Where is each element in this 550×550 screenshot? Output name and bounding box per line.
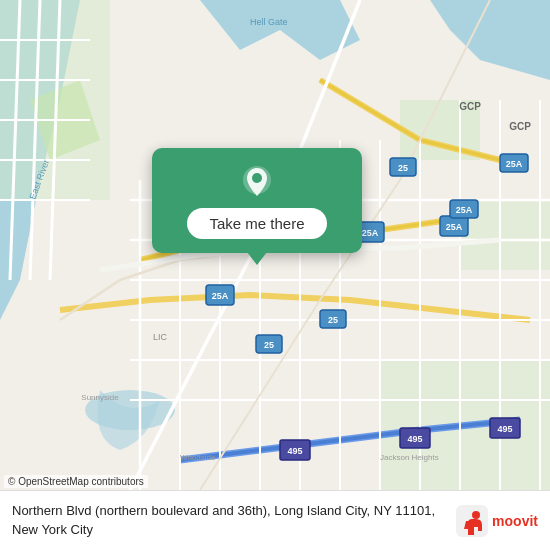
osm-text: © OpenStreetMap contributors bbox=[8, 476, 144, 487]
osm-attribution: © OpenStreetMap contributors bbox=[4, 475, 148, 488]
svg-text:495: 495 bbox=[407, 434, 422, 444]
svg-text:Jackson Heights: Jackson Heights bbox=[380, 453, 439, 462]
popup-card: Take me there bbox=[152, 148, 362, 253]
moovit-icon bbox=[456, 505, 488, 537]
svg-text:LIC: LIC bbox=[153, 332, 168, 342]
svg-text:495: 495 bbox=[287, 446, 302, 456]
svg-text:Woodside: Woodside bbox=[180, 453, 216, 462]
moovit-text: moovit bbox=[492, 513, 538, 529]
svg-text:25A: 25A bbox=[446, 222, 463, 232]
take-me-there-button[interactable]: Take me there bbox=[187, 208, 326, 239]
svg-point-70 bbox=[472, 511, 480, 519]
svg-text:25: 25 bbox=[328, 315, 338, 325]
map-container: 25A 25A 25A 25A GCP GCP 25 25 495 495 49… bbox=[0, 0, 550, 550]
svg-text:495: 495 bbox=[497, 424, 512, 434]
svg-text:25A: 25A bbox=[456, 205, 473, 215]
location-pin-icon bbox=[239, 164, 275, 200]
svg-text:GCP: GCP bbox=[509, 121, 531, 132]
svg-text:25A: 25A bbox=[506, 159, 523, 169]
svg-point-68 bbox=[252, 173, 262, 183]
svg-text:GCP: GCP bbox=[459, 101, 481, 112]
svg-text:Sunnyside: Sunnyside bbox=[81, 393, 119, 402]
svg-text:Hell Gate: Hell Gate bbox=[250, 17, 288, 27]
svg-text:25A: 25A bbox=[362, 228, 379, 238]
svg-text:25: 25 bbox=[264, 340, 274, 350]
address-text: Northern Blvd (northern boulevard and 36… bbox=[12, 502, 446, 538]
info-bar: Northern Blvd (northern boulevard and 36… bbox=[0, 490, 550, 550]
svg-text:25A: 25A bbox=[212, 291, 229, 301]
popup-arrow bbox=[247, 252, 267, 265]
svg-text:25: 25 bbox=[398, 163, 408, 173]
moovit-logo: moovit bbox=[456, 505, 538, 537]
